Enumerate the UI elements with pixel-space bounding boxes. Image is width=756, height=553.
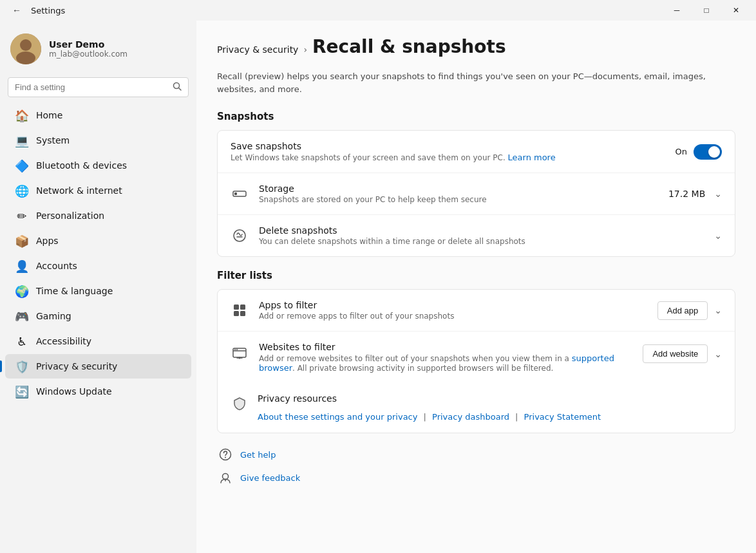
storage-sublabel: Snapshots are stored on your PC to help … xyxy=(259,195,658,204)
nav-icon-system: 💻 xyxy=(15,134,28,147)
sidebar-item-network[interactable]: 🌐 Network & internet xyxy=(5,178,191,203)
get-help-icon xyxy=(217,446,234,463)
learn-more-link[interactable]: Learn more xyxy=(508,153,556,162)
sidebar-item-home[interactable]: 🏠 Home xyxy=(5,103,191,127)
nav-icon-bluetooth: 🔷 xyxy=(15,159,28,172)
sidebar-item-privacy[interactable]: 🛡️ Privacy & security xyxy=(5,354,191,379)
page-title: Recall & snapshots xyxy=(312,36,506,57)
svg-rect-11 xyxy=(234,311,239,316)
back-button[interactable]: ← xyxy=(8,1,26,19)
bottom-links: Get help Give feedback xyxy=(217,446,735,486)
delete-chevron[interactable]: ⌄ xyxy=(714,230,722,241)
nav-icon-accounts: 👤 xyxy=(15,259,28,272)
breadcrumb-link[interactable]: Privacy & security xyxy=(217,44,298,55)
snapshots-card: Save snapshots Let Windows take snapshot… xyxy=(217,130,735,257)
filter-card: Apps to filter Add or remove apps to fil… xyxy=(217,289,735,433)
breadcrumb: Privacy & security › Recall & snapshots xyxy=(217,36,735,62)
nav-label-personalization: Personalization xyxy=(36,211,104,221)
apps-filter-action: Add app ⌄ xyxy=(657,301,722,320)
storage-text: Storage Snapshots are stored on your PC … xyxy=(259,183,658,204)
avatar xyxy=(10,33,41,64)
sidebar-item-update[interactable]: 🔄 Windows Update xyxy=(5,379,191,404)
add-website-button[interactable]: Add website xyxy=(643,344,708,363)
apps-filter-row: Apps to filter Add or remove apps to fil… xyxy=(218,290,735,331)
add-app-button[interactable]: Add app xyxy=(657,301,708,320)
sidebar: User Demo m_lab@outlook.com 🏠 Home 💻 Sys… xyxy=(0,21,196,553)
minimize-button[interactable]: ─ xyxy=(662,0,692,21)
nav-icon-home: 🏠 xyxy=(15,109,28,122)
websites-filter-chevron[interactable]: ⌄ xyxy=(714,349,722,359)
sidebar-item-time[interactable]: 🌍 Time & language xyxy=(5,279,191,303)
nav-icon-gaming: 🎮 xyxy=(15,310,28,323)
storage-row[interactable]: Storage Snapshots are stored on your PC … xyxy=(218,173,735,214)
delete-snapshots-row[interactable]: Delete snapshots You can delete snapshot… xyxy=(218,214,735,256)
user-email: m_lab@outlook.com xyxy=(49,50,128,59)
give-feedback-icon xyxy=(217,469,234,486)
search-input[interactable] xyxy=(15,82,167,92)
sidebar-item-system[interactable]: 💻 System xyxy=(5,128,191,153)
sidebar-item-accessibility[interactable]: ♿ Accessibility xyxy=(5,329,191,353)
search-icon xyxy=(173,82,182,93)
storage-size: 17.2 MB xyxy=(668,189,705,199)
save-snapshots-toggle[interactable] xyxy=(694,144,722,160)
apps-filter-chevron[interactable]: ⌄ xyxy=(714,305,722,315)
nav-icon-apps: 📦 xyxy=(15,234,28,247)
svg-rect-9 xyxy=(234,305,239,310)
user-name: User Demo xyxy=(49,39,128,50)
websites-filter-label: Websites to filter xyxy=(259,342,632,352)
sidebar-item-personalization[interactable]: ✏️ Personalization xyxy=(5,203,191,228)
apps-filter-text: Apps to filter Add or remove apps to fil… xyxy=(259,300,647,321)
svg-rect-12 xyxy=(240,311,245,316)
privacy-resources-icon xyxy=(231,395,249,413)
nav-label-bluetooth: Bluetooth & devices xyxy=(36,160,127,171)
nav-label-system: System xyxy=(36,135,70,145)
nav-label-accessibility: Accessibility xyxy=(36,336,91,346)
svg-point-20 xyxy=(223,474,229,480)
websites-filter-action: Add website ⌄ xyxy=(643,344,722,363)
save-snapshots-label: Save snapshots xyxy=(231,141,665,151)
sidebar-item-accounts[interactable]: 👤 Accounts xyxy=(5,254,191,278)
close-button[interactable]: ✕ xyxy=(721,0,751,21)
delete-action: ⌄ xyxy=(714,230,722,241)
user-card: User Demo m_lab@outlook.com xyxy=(0,26,196,75)
privacy-links-row: About these settings and your privacy | … xyxy=(258,410,601,422)
privacy-dashboard-link[interactable]: Privacy dashboard xyxy=(432,412,509,422)
titlebar: ← Settings ─ □ ✕ xyxy=(0,0,756,21)
delete-icon xyxy=(231,227,249,245)
storage-action: 17.2 MB ⌄ xyxy=(668,189,722,199)
nav-icon-network: 🌐 xyxy=(15,184,28,197)
nav-label-accounts: Accounts xyxy=(36,261,77,271)
svg-point-14 xyxy=(234,349,236,350)
maximize-button[interactable]: □ xyxy=(692,0,721,21)
svg-point-1 xyxy=(20,39,32,51)
privacy-resources-label: Privacy resources xyxy=(258,393,601,404)
about-settings-link[interactable]: About these settings and your privacy xyxy=(258,412,417,422)
storage-icon xyxy=(231,185,249,203)
supported-browser-link[interactable]: supported browser xyxy=(259,353,614,373)
snapshots-section-title: Snapshots xyxy=(217,111,735,122)
get-help-link[interactable]: Get help xyxy=(240,450,276,460)
sidebar-item-bluetooth[interactable]: 🔷 Bluetooth & devices xyxy=(5,153,191,178)
save-snapshots-sublabel: Let Windows take snapshots of your scree… xyxy=(231,153,665,162)
toggle-on-label: On xyxy=(676,147,687,156)
sidebar-item-gaming[interactable]: 🎮 Gaming xyxy=(5,304,191,328)
apps-filter-icon xyxy=(231,301,249,319)
storage-chevron[interactable]: ⌄ xyxy=(714,189,722,199)
svg-line-4 xyxy=(179,88,182,91)
nav-icon-accessibility: ♿ xyxy=(15,335,28,348)
sidebar-item-apps[interactable]: 📦 Apps xyxy=(5,229,191,253)
svg-rect-10 xyxy=(240,305,245,310)
give-feedback-link[interactable]: Give feedback xyxy=(240,473,300,483)
delete-label: Delete snapshots xyxy=(259,225,704,236)
save-snapshots-toggle-area: On xyxy=(676,144,722,160)
nav-label-update: Windows Update xyxy=(36,386,112,397)
privacy-statement-link[interactable]: Privacy Statement xyxy=(524,412,601,422)
svg-point-7 xyxy=(234,230,245,241)
nav-icon-update: 🔄 xyxy=(15,385,28,398)
nav-label-network: Network & internet xyxy=(36,185,122,196)
toggle-knob xyxy=(708,146,720,158)
search-box[interactable] xyxy=(8,77,189,97)
apps-filter-label: Apps to filter xyxy=(259,300,647,310)
breadcrumb-separator: › xyxy=(303,44,307,55)
nav-label-apps: Apps xyxy=(36,236,59,246)
